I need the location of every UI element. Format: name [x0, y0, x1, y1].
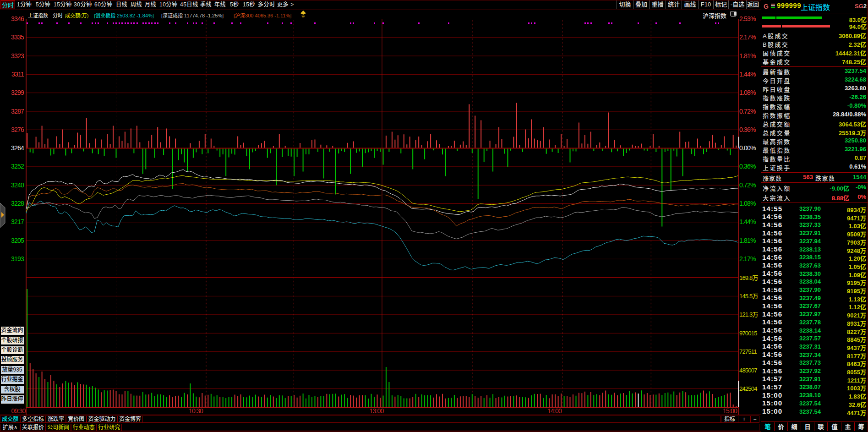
- svg-text:3346: 3346: [11, 15, 24, 22]
- svg-text:3323: 3323: [11, 52, 24, 60]
- svg-text:3240: 3240: [11, 181, 24, 189]
- svg-text:09:30: 09:30: [11, 407, 26, 415]
- svg-text:0.72%: 0.72%: [739, 108, 756, 115]
- svg-text:1.08%: 1.08%: [739, 89, 756, 96]
- svg-text:2.17%: 2.17%: [739, 255, 756, 262]
- svg-text:2.17%: 2.17%: [739, 33, 756, 41]
- svg-text:0.00%: 0.00%: [739, 144, 756, 152]
- svg-text:3335: 3335: [11, 33, 24, 41]
- svg-text:121.3万: 121.3万: [739, 311, 759, 318]
- svg-text:3205: 3205: [11, 237, 24, 244]
- svg-text:485007: 485007: [739, 367, 757, 374]
- svg-text:970015: 970015: [739, 330, 757, 337]
- svg-text:3217: 3217: [11, 218, 24, 225]
- svg-text:10:30: 10:30: [189, 407, 203, 415]
- svg-text:15:00: 15:00: [723, 407, 737, 415]
- svg-text:727511: 727511: [739, 348, 757, 355]
- svg-text:3276: 3276: [11, 126, 24, 133]
- svg-text:1.81%: 1.81%: [739, 237, 756, 244]
- svg-text:3299: 3299: [11, 89, 24, 96]
- svg-text:145.5万: 145.5万: [739, 293, 759, 300]
- svg-text:3193: 3193: [11, 255, 24, 262]
- svg-text:3228: 3228: [11, 200, 24, 207]
- svg-text:3264: 3264: [11, 144, 24, 152]
- svg-text:242504: 242504: [739, 385, 757, 392]
- svg-text:3311: 3311: [11, 71, 24, 78]
- svg-text:169.8万: 169.8万: [739, 274, 759, 281]
- svg-text:0.36%: 0.36%: [739, 126, 756, 133]
- svg-text:1.08%: 1.08%: [739, 200, 756, 207]
- svg-text:13:00: 13:00: [369, 407, 384, 415]
- svg-text:3252: 3252: [11, 163, 24, 170]
- svg-text:14:00: 14:00: [547, 407, 562, 415]
- svg-text:0.72%: 0.72%: [739, 181, 756, 189]
- svg-text:2.53%: 2.53%: [739, 15, 756, 22]
- svg-text:1.44%: 1.44%: [739, 71, 756, 78]
- svg-text:0.36%: 0.36%: [739, 163, 756, 170]
- svg-text:3287: 3287: [11, 108, 24, 115]
- svg-text:1.81%: 1.81%: [739, 52, 756, 60]
- svg-text:1.44%: 1.44%: [739, 218, 756, 225]
